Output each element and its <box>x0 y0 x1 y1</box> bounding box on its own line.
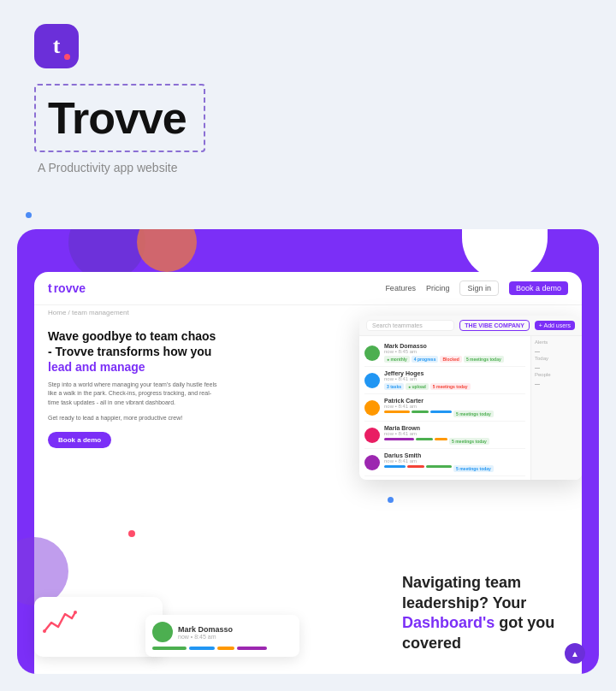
tag-progress: 4 progress <box>412 356 439 363</box>
dot-decoration-pink <box>128 530 135 537</box>
dashboard-sidebar: Alerts — Today — People — <box>530 336 582 480</box>
line-chart-icon <box>43 605 77 640</box>
avatar <box>364 428 380 443</box>
user-name: Maria Brown <box>384 425 525 431</box>
mini-progress-bars <box>152 647 293 650</box>
main-card: t rovve Features Pricing Sign in Book a … <box>17 229 599 674</box>
table-row: Darius Smith now • 8:41 am 5 meetings to… <box>364 449 525 476</box>
bar-item <box>384 438 414 440</box>
sidebar-item: — <box>535 347 578 356</box>
dashboard-header: Search teammates THE VIBE COMPANY + Add … <box>359 316 582 336</box>
user-name: Mark Domasso <box>384 343 525 349</box>
chart-card <box>34 597 163 657</box>
mini-bar <box>237 647 267 650</box>
bottom-right-text: Navigating team leadership? Your Dashboa… <box>402 573 573 657</box>
hero-desc-1: Step into a world where managing your te… <box>48 381 219 408</box>
app-icon-letter: t <box>53 33 61 59</box>
avatar <box>364 455 380 470</box>
sidebar-item: — <box>535 380 578 388</box>
table-row: Patrick Carter now • 8:41 am 5 meetings … <box>364 394 525 422</box>
nav-link-features[interactable]: Features <box>385 284 416 292</box>
hero-title: Wave goodbye to team chaos - Trovve tran… <box>48 328 219 375</box>
tag-meetings: 5 meetings today <box>430 383 471 390</box>
tag-meetings: 5 meetings today <box>449 438 489 445</box>
mini-avatar <box>152 622 173 642</box>
svg-point-0 <box>43 629 46 633</box>
app-subtitle: A Productivity app website <box>38 161 177 174</box>
hero-title-highlight: lead and manage <box>48 360 145 374</box>
mini-bar <box>189 647 215 650</box>
nav-demo-button[interactable]: Book a demo <box>509 281 568 295</box>
tag-meetings: 5 meetings today <box>453 410 494 417</box>
user-name: Jeffery Hoges <box>384 370 525 376</box>
logo-text: Trovve <box>48 93 187 143</box>
bar-item <box>407 465 424 468</box>
browser-nav: t rovve Features Pricing Sign in Book a … <box>34 272 582 305</box>
nav-logo: t rovve <box>48 281 86 295</box>
progress-bars: 5 meetings today <box>384 465 525 472</box>
nav-link-pricing[interactable]: Pricing <box>426 284 450 292</box>
svg-point-1 <box>74 611 77 614</box>
blob-decoration-2 <box>137 229 197 272</box>
hero-desc-2: Get ready to lead a happier, more produc… <box>48 414 219 423</box>
hero-area: Wave goodbye to team chaos - Trovve tran… <box>34 320 582 457</box>
bottom-heading: Navigating team leadership? Your Dashboa… <box>402 573 573 653</box>
mini-user-time: now • 8:45 am <box>178 634 233 640</box>
progress-bars: 3 tasks ● upload 5 meetings today <box>384 383 525 390</box>
dashboard-main: Mark Domasso now • 8:45 am ● monthly 4 p… <box>359 336 530 480</box>
mini-bar <box>152 647 187 650</box>
nav-logo-t: t <box>48 281 52 295</box>
dashboard-company: THE VIBE COMPANY <box>459 320 530 331</box>
bottom-heading-text1: Navigating team leadership? Your <box>402 574 526 611</box>
user-time: now • 8:41 am <box>384 376 525 381</box>
user-time: now • 8:41 am <box>384 458 525 464</box>
sidebar-label-today: Today <box>535 356 578 361</box>
dashboard-search[interactable]: Search teammates <box>366 320 454 331</box>
user-info: Jeffery Hoges now • 8:41 am 3 tasks ● up… <box>384 370 525 390</box>
bar-item <box>384 410 410 413</box>
hero-title-text: Wave goodbye to team chaos - Trovve tran… <box>48 329 216 358</box>
nav-links: Features Pricing Sign in Book a demo <box>385 281 568 296</box>
mini-user-card: Mark Domasso now • 8:45 am <box>145 615 299 657</box>
avatar <box>364 400 380 416</box>
bar-item <box>435 438 447 440</box>
dashboard-add-users[interactable]: + Add users <box>535 321 575 330</box>
table-row: Jeffery Hoges now • 8:41 am 3 tasks ● up… <box>364 367 525 394</box>
user-time: now • 8:41 am <box>384 404 525 409</box>
sidebar-label-people: People <box>535 372 578 377</box>
mini-user-row: Mark Domasso now • 8:45 am <box>152 622 293 642</box>
bar-item <box>416 438 433 440</box>
tag-upload: ● upload <box>406 383 429 390</box>
progress-bars: 5 meetings today <box>384 438 525 445</box>
tag-monthly: ● monthly <box>384 356 410 363</box>
top-section: t Trovve A Productivity app website <box>0 0 616 192</box>
user-info: Maria Brown now • 8:41 am 5 meetings tod… <box>384 425 525 445</box>
bar-item <box>430 410 452 413</box>
bottom-heading-link: Dashboard's <box>402 614 495 631</box>
logo-box: Trovve <box>34 84 205 152</box>
tag-meetings: 5 meetings today <box>453 465 494 472</box>
user-time: now • 8:41 am <box>384 431 525 436</box>
nav-signin-button[interactable]: Sign in <box>459 281 499 296</box>
table-row: Mark Domasso now • 8:45 am ● monthly 4 p… <box>364 340 525 367</box>
mini-user-info: Mark Domasso now • 8:45 am <box>178 625 233 640</box>
dashboard-content: Mark Domasso now • 8:45 am ● monthly 4 p… <box>359 336 582 480</box>
app-icon-dot <box>64 54 70 60</box>
progress-bars: 5 meetings today <box>384 410 525 417</box>
progress-bars: ● monthly 4 progress Blocked 5 meetings … <box>384 356 525 363</box>
sidebar-label-alerts: Alerts <box>535 340 578 345</box>
hero-cta-button[interactable]: Book a demo <box>48 432 111 448</box>
dot-decoration-1 <box>26 212 32 218</box>
dashboard-mockup: Search teammates THE VIBE COMPANY + Add … <box>359 316 582 480</box>
user-name: Patrick Carter <box>384 398 525 404</box>
bar-item <box>412 410 429 413</box>
avatar <box>364 346 380 361</box>
mini-user-name: Mark Domasso <box>178 625 233 634</box>
dot-decoration-blue <box>388 497 394 503</box>
avatar <box>364 373 380 388</box>
user-info: Darius Smith now • 8:41 am 5 meetings to… <box>384 452 525 472</box>
bar-item <box>384 465 406 468</box>
app-icon: t <box>34 24 79 68</box>
nav-logo-name: rovve <box>54 281 86 295</box>
bar-item <box>426 465 452 468</box>
